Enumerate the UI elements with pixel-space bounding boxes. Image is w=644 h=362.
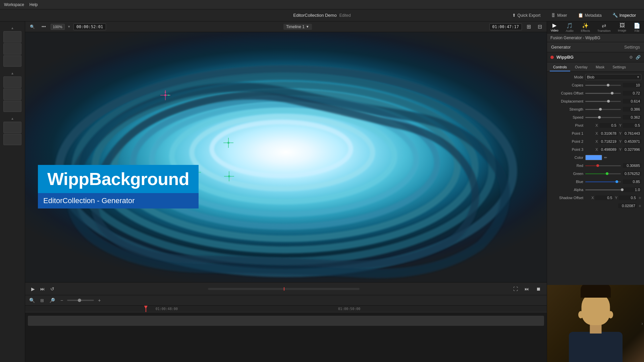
toolbar-more-icon[interactable]: ••• — [40, 24, 48, 30]
zoom-region-icon[interactable]: ⊞ — [39, 297, 45, 304]
ruler-mark-2: 01:00:50:00 — [338, 307, 360, 311]
fullscreen-btn[interactable]: ⛶ — [511, 285, 520, 293]
sidebar-thumb-4 — [3, 76, 21, 88]
mode-dropdown[interactable]: Blob ▼ — [585, 74, 641, 80]
timecode-right: 01:00:47:17 — [489, 23, 522, 30]
workspace-menu[interactable]: Workspace — [4, 2, 24, 7]
search-icon[interactable]: 🔍 — [28, 24, 37, 30]
timeline-selector[interactable]: Timeline 1 ▼ — [283, 24, 312, 30]
alpha-slider[interactable] — [585, 189, 621, 190]
node-enabled-dot[interactable] — [550, 56, 554, 59]
contour-visualization — [25, 32, 547, 282]
ctrl-tab-overlay[interactable]: Overlay — [572, 64, 591, 71]
metadata-icon: 📋 — [578, 13, 583, 18]
color-swatch[interactable] — [585, 155, 602, 160]
shadow-add-btn[interactable]: + — [639, 195, 641, 200]
speed-label: Speed — [550, 115, 583, 119]
last-add-btn[interactable]: + — [639, 203, 641, 208]
viewer: ↙ WippBackground EditorCollection - Gene… — [25, 32, 547, 282]
point1-x-value[interactable]: 0.310678 — [599, 131, 618, 136]
red-slider[interactable] — [585, 165, 621, 166]
pivot-x-value[interactable]: 0.5 — [599, 123, 618, 128]
strength-value[interactable]: 0.386 — [623, 107, 641, 112]
tab-file[interactable]: 📄 File — [631, 21, 643, 34]
shadow-x-value[interactable]: 0.5 — [595, 195, 613, 200]
displacement-value[interactable]: 0.614 — [623, 99, 641, 104]
blue-value[interactable]: 0.85 — [623, 179, 641, 184]
lower-third-title: WippBackground — [38, 165, 199, 193]
speed-value[interactable]: 0.362 — [623, 115, 641, 120]
copies-offset-slider[interactable] — [585, 93, 621, 94]
node-link-btn[interactable]: 🔗 — [636, 55, 641, 60]
sidebar-collapse-1[interactable]: ▲ — [10, 25, 15, 31]
alpha-value[interactable]: 1.0 — [623, 187, 641, 192]
last-value[interactable]: 0.02087 — [618, 203, 637, 208]
mode-label: Mode — [550, 75, 583, 79]
play-btn[interactable]: ▶ — [29, 285, 37, 293]
tab-effects[interactable]: ✨ Effects — [578, 21, 593, 34]
stop-btn[interactable]: ⏹ — [534, 285, 543, 293]
displacement-slider[interactable] — [585, 101, 621, 102]
shadow-offset-xy: X 0.5 Y 0.5 + — [591, 195, 641, 200]
settings-label[interactable]: Settings — [624, 45, 640, 50]
red-value[interactable]: 0.30685 — [623, 163, 641, 168]
skip-end-btn[interactable]: ⏭ — [523, 285, 531, 293]
webcam-pip-expand-icon[interactable]: › — [641, 321, 643, 326]
sidebar-collapse-3[interactable]: ▲ — [10, 116, 15, 121]
copies-slider[interactable] — [585, 85, 621, 86]
green-value[interactable]: 0.576252 — [623, 171, 641, 176]
ruler-mark-1: 01:00:48:00 — [156, 307, 178, 311]
viewer-icon-1[interactable]: ⊞ — [525, 23, 533, 31]
shadow-y-value[interactable]: 0.5 — [619, 195, 637, 200]
zoom-slider[interactable] — [67, 300, 94, 301]
audio-icon: 🎵 — [566, 22, 573, 29]
zoom-plus-icon[interactable]: + — [97, 297, 102, 304]
title-bar: EditorCollection Demo Edited ⬆ Quick Exp… — [0, 9, 644, 21]
ctrl-tab-mask[interactable]: Mask — [592, 64, 608, 71]
prop-color-row: Color ✏ — [547, 154, 644, 162]
prop-last-value-row: 0.02087 + — [547, 202, 644, 210]
blue-slider[interactable] — [585, 181, 621, 182]
help-menu[interactable]: Help — [30, 2, 38, 7]
color-pen-icon[interactable]: ✏ — [604, 156, 607, 160]
zoom-fit-icon[interactable]: 🔎 — [48, 297, 56, 304]
point2-y-value[interactable]: 0.453971 — [623, 139, 641, 144]
tab-transition[interactable]: ⇄ Transition — [595, 21, 613, 34]
quick-export-btn[interactable]: ⬆ Quick Export — [509, 12, 543, 19]
copies-offset-value[interactable]: 0.72 — [623, 91, 641, 96]
point3-x-value[interactable]: 0.498089 — [599, 147, 618, 152]
zoom-level[interactable]: 100% — [51, 24, 65, 30]
strength-slider[interactable] — [585, 109, 621, 110]
playhead[interactable] — [146, 306, 146, 312]
prop-strength-row: Strength 0.386 — [547, 105, 644, 113]
loop-btn[interactable]: ↺ — [48, 285, 56, 293]
prop-copies-row: Copies 10 — [547, 81, 644, 89]
zoom-in-icon[interactable]: 🔍 — [28, 297, 36, 304]
node-settings-btn[interactable]: ⚙ — [629, 55, 633, 60]
mixer-btn[interactable]: 🎛 Mixer — [548, 12, 570, 19]
zoom-minus-icon[interactable]: − — [59, 297, 64, 304]
sidebar-section-2: ▲ — [0, 69, 25, 113]
metadata-btn[interactable]: 📋 Metadata — [575, 12, 604, 19]
tab-audio[interactable]: 🎵 Audio — [563, 21, 576, 34]
speed-slider[interactable] — [585, 117, 621, 118]
green-slider[interactable] — [585, 173, 621, 174]
tab-video[interactable]: ▶ Video — [548, 21, 561, 34]
tab-image[interactable]: 🖼 Image — [615, 21, 629, 34]
image-icon: 🖼 — [620, 22, 625, 28]
inspector-btn[interactable]: 🔧 Inspector — [610, 12, 639, 19]
pivot-y-value[interactable]: 0.5 — [623, 123, 641, 128]
point2-x-value[interactable]: 0.718219 — [599, 139, 618, 144]
viewer-icon-2[interactable]: ⊟ — [536, 23, 544, 31]
inspector-props: Mode Blob ▼ Copies 10 Copies Offset — [547, 72, 644, 285]
content-area: 🔍 ••• 100% ▼ 00:00:52:01 Timeline 1 ▼ 01… — [25, 21, 547, 362]
ctrl-tab-settings[interactable]: Settings — [609, 64, 629, 71]
point1-y-value[interactable]: 0.761443 — [623, 131, 641, 136]
ctrl-tab-controls[interactable]: Controls — [550, 64, 570, 71]
copies-value[interactable]: 10 — [623, 83, 641, 87]
sidebar-collapse-2[interactable]: ▲ — [10, 71, 15, 76]
point3-y-value[interactable]: 0.327996 — [623, 147, 641, 152]
skip-forward-btn[interactable]: ⏭ — [38, 285, 47, 293]
prop-copies-offset-row: Copies Offset 0.72 — [547, 89, 644, 97]
timeline-tracks: 01:00:48:00 01:00:50:00 — [25, 306, 547, 362]
